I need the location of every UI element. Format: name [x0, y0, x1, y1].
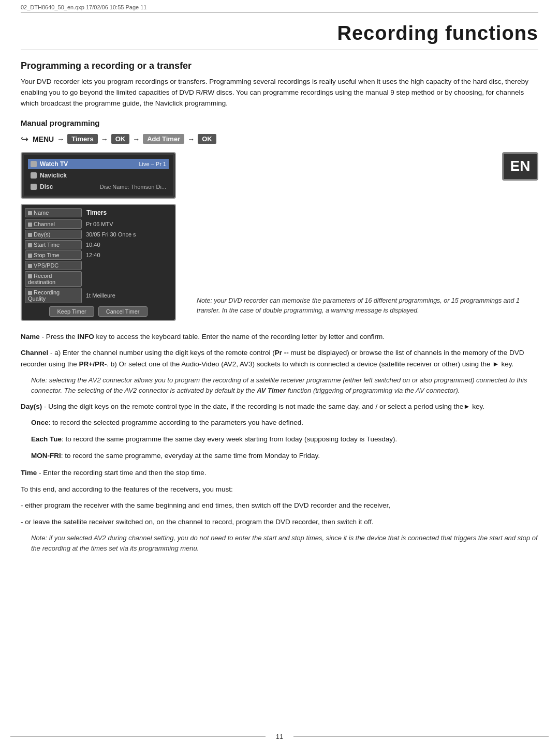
body-channel: Channel - a) Enter the channel number us… [21, 347, 538, 369]
timer-row-channel: Channel Pr 06 MTV [25, 219, 172, 229]
watch-icon [31, 161, 37, 167]
curved-arrow-icon: ↪ [21, 134, 28, 145]
main-content: Programming a recording or a transfer Yo… [0, 61, 559, 554]
section-heading: Programming a recording or a transfer [21, 61, 538, 71]
watch-value: Live – Pr 1 [139, 161, 166, 167]
quality-icon [28, 291, 32, 295]
note-beside: Note: your DVD recorder can memorise the… [197, 152, 538, 321]
channel-bold: Channel [21, 349, 48, 357]
tv-menu-disc: Disc Disc Name: Thomson Di... [28, 182, 169, 192]
screens-column: Watch TV Live – Pr 1 Naviclick Disc Disc… [21, 152, 186, 321]
vps-label: VPS/PDC [25, 261, 82, 270]
days-value: 30/05 Fri 30 Once s [82, 231, 136, 238]
tv-menu-watch: Watch TV Live – Pr 1 [28, 159, 169, 169]
days-label: Day(s) [25, 230, 82, 239]
cancel-timer-button[interactable]: Cancel Timer [98, 306, 148, 317]
start-value: 10:40 [82, 242, 100, 248]
timer-row-days: Day(s) 30/05 Fri 30 Once s [25, 230, 172, 239]
body-once: Once: to record the selected programme a… [31, 417, 538, 428]
tv-screen: Watch TV Live – Pr 1 Naviclick Disc Disc… [21, 152, 176, 199]
naviclick-label: Naviclick [40, 172, 166, 179]
page-footer: 11 [0, 733, 559, 740]
body-time-note1: To this end, and according to the featur… [21, 484, 538, 495]
menu-label: MENU [33, 135, 54, 143]
intro-paragraph: Your DVD recorder lets you program recor… [21, 77, 538, 109]
file-info: 02_DTH8640_50_en.qxp 17/02/06 10:55 Page… [21, 4, 146, 10]
start-icon [28, 243, 32, 247]
stop-icon [28, 254, 32, 258]
timer-row-dest: Record destination [25, 271, 172, 287]
footer-rule-right [293, 736, 549, 737]
timer-row-quality: Recording Quality 1t Meilleure [25, 288, 172, 303]
timer-name-label: Name [25, 208, 82, 217]
body-time-note2: - either program the receiver with the s… [21, 500, 538, 511]
days-bold: Day(s) [21, 403, 42, 410]
timers-header: Timers [84, 208, 109, 217]
watch-label: Watch TV [40, 160, 139, 168]
footer-rule-left [10, 736, 266, 737]
channel-value: Pr 06 MTV [82, 221, 113, 227]
time-italic-note: Note: if you selected AV2 during channel… [31, 533, 538, 554]
channel-icon [28, 223, 32, 227]
timer-row-start: Start Time 10:40 [25, 240, 172, 249]
channel-label: Channel [25, 219, 82, 229]
title-rule [21, 50, 538, 50]
tv-screen-inner: Watch TV Live – Pr 1 Naviclick Disc Disc… [24, 155, 173, 196]
disc-value: Disc Name: Thomson Di... [100, 184, 166, 190]
page-title: Recording functions [337, 22, 538, 44]
quality-value: 1t Meilleure [82, 292, 115, 299]
timer-row-vps: VPS/PDC [25, 261, 172, 270]
dest-label: Record destination [25, 271, 82, 287]
sub-heading: Manual programming [21, 118, 538, 127]
dest-icon [28, 274, 32, 278]
disc-icon [31, 184, 37, 190]
arrow-right-2: → [101, 135, 108, 143]
en-badge: EN [502, 152, 538, 181]
naviclick-icon [31, 172, 37, 179]
channel-italic-note: Note: selecting the AV2 connector allows… [31, 375, 538, 396]
stop-label: Stop Time [25, 250, 82, 260]
timer-row-stop: Stop Time 12:40 [25, 250, 172, 260]
vps-icon [28, 264, 32, 268]
keep-timer-button[interactable]: Keep Timer [49, 306, 94, 317]
arrow-right-4: → [187, 135, 195, 143]
timer-form: Name Timers Channel Pr 06 MTV Day(s) 30/… [21, 204, 176, 321]
name-bold: Name [21, 333, 40, 340]
start-label: Start Time [25, 240, 82, 249]
ui-container: EN Watch TV Live – Pr 1 Naviclick [21, 152, 538, 321]
page-title-section: Recording functions [0, 13, 559, 50]
body-mon-fri: MON-FRI: to record the same programme, e… [31, 450, 538, 462]
body-time: Time - Enter the recording start time an… [21, 467, 538, 479]
body-time-note3: - or leave the satellite receiver switch… [21, 516, 538, 528]
tv-menu-naviclick: Naviclick [28, 170, 169, 181]
time-bold: Time [21, 469, 37, 477]
body-each-tue: Each Tue: to record the same programme t… [31, 434, 538, 445]
body-name: Name - Press the INFO key to access the … [21, 331, 538, 343]
menu-nav: ↪ MENU → Timers → OK → Add Timer → OK [21, 134, 538, 145]
page-header: 02_DTH8640_50_en.qxp 17/02/06 10:55 Page… [0, 0, 559, 12]
nav-ok-2: OK [198, 134, 216, 144]
quality-label: Recording Quality [25, 288, 82, 303]
name-icon [28, 211, 32, 215]
arrow-right-1: → [57, 135, 64, 143]
page-number: 11 [276, 733, 283, 740]
disc-label: Disc [40, 183, 100, 190]
nav-ok-1: OK [111, 134, 130, 144]
nav-add-timer: Add Timer [143, 134, 184, 144]
arrow-right-3: → [133, 135, 140, 143]
stop-value: 12:40 [82, 252, 100, 258]
days-icon [28, 233, 32, 237]
body-days: Day(s) - Using the digit keys on the rem… [21, 401, 538, 412]
timer-buttons: Keep Timer Cancel Timer [25, 306, 172, 317]
note-text: Note: your DVD recorder can memorise the… [197, 296, 538, 316]
nav-timers: Timers [67, 134, 97, 144]
